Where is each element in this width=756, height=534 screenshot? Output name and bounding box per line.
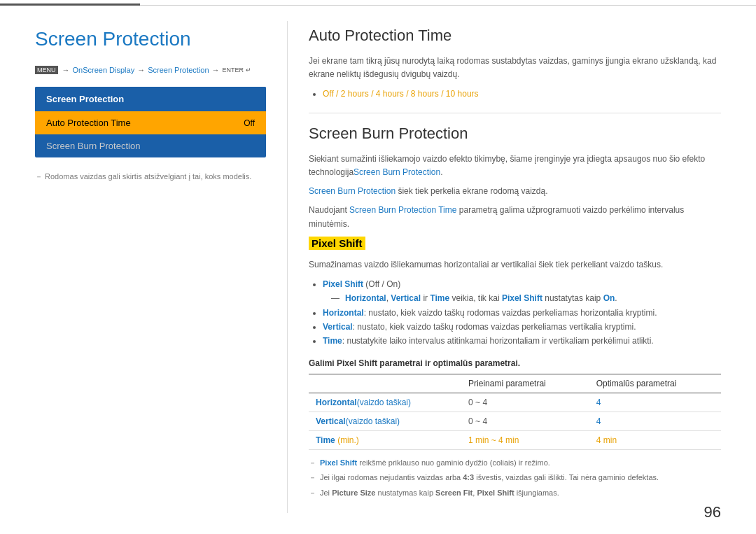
note2-ratio: 4:3 (463, 473, 474, 482)
time-bullet-label: Time (323, 336, 342, 346)
vertical-bullet-label: Vertical (323, 322, 353, 332)
footnote: Rodomas vaizdas gali skirtis atsižvelgia… (35, 171, 266, 182)
auto-protection-options-list: Off / 2 hours / 4 hours / 8 hours / 10 h… (309, 87, 721, 101)
pixel-shift-bullets: Pixel Shift (Off / On) Horizontal, Verti… (309, 277, 721, 349)
note-3: Jei Picture Size nustatymas kaip Screen … (309, 487, 721, 500)
pixel-shift-label: Pixel Shift (323, 279, 363, 289)
horizontal-bullet-label: Horizontal (323, 308, 364, 318)
table-header-row: Prieinami parametrai Optimalūs parametra… (309, 374, 721, 393)
table-cell-horizontal-range: 0 ~ 4 (461, 393, 589, 412)
pixel-shift-title: Pixel Shift (309, 237, 365, 250)
top-bar (0, 0, 756, 6)
screen-burn-desc3-start: Naudojant (309, 205, 349, 215)
pixel-shift-ref: Pixel Shift (502, 293, 542, 303)
auto-protection-desc: Jei ekrane tam tikrą jūsų nurodytą laiką… (309, 55, 721, 81)
bullet-time: Time: nustatykite laiko intervalus atiti… (323, 334, 721, 348)
table-cell-vertical-optimal: 4 (589, 412, 721, 430)
pixel-shift-table-section: Galimi Pixel Shift parametrai ir optimal… (309, 358, 721, 450)
table-caption: Galimi Pixel Shift parametrai ir optimal… (309, 358, 721, 368)
table-cell-horizontal-label: Horizontal(vaizdo taškai) (309, 393, 461, 412)
note-2: Jei ilgai rodomas nejudantis vaizdas arb… (309, 472, 721, 484)
pixel-shift-desc: Sumažinamas vaizdo išliekamumas horizont… (309, 258, 721, 272)
breadcrumb-arrow-3: → (212, 66, 220, 74)
screen-burn-desc3: Naudojant Screen Burn Protection Time pa… (309, 204, 721, 230)
pixel-shift-section: Pixel Shift Sumažinamas vaizdo išliekamu… (309, 237, 721, 500)
pixel-shift-sub: Horizontal, Vertical ir Time veikia, tik… (323, 291, 721, 305)
breadcrumb: MENU → OnScreen Display → Screen Protect… (35, 66, 266, 74)
nav-item-auto-protection[interactable]: Auto Protection Time Off (35, 111, 266, 134)
section-divider-1 (309, 113, 721, 113)
auto-protection-title: Auto Protection Time (309, 27, 721, 45)
nav-item-auto-protection-label: Auto Protection Time (46, 118, 131, 128)
nav-item-auto-protection-badge: Off (244, 118, 255, 128)
screen-burn-desc1-end: . (440, 167, 442, 177)
breadcrumb-link-screenprotection: Screen Protection (148, 66, 209, 74)
screen-burn-link2: Screen Burn Protection (309, 186, 396, 196)
menu-icon: MENU (35, 66, 58, 74)
bullet-pixel-shift-onoff: Pixel Shift (Off / On) Horizontal, Verti… (323, 277, 721, 306)
table-cell-vertical-range: 0 ~ 4 (461, 412, 589, 430)
note3-picturesize: Picture Size (332, 489, 375, 497)
screen-burn-desc2: Screen Burn Protection šiek tiek perkeli… (309, 185, 721, 198)
screen-burn-link1: Screen Burn Protection (354, 167, 440, 177)
on-label: On (603, 293, 615, 303)
vertical-label: Vertical (391, 293, 421, 303)
left-panel: Screen Protection MENU → OnScreen Displa… (35, 21, 287, 513)
table-cell-time-optimal: 4 min (589, 430, 721, 449)
table-cell-time-range: 1 min ~ 4 min (461, 430, 589, 449)
top-bar-line (140, 5, 756, 6)
right-panel: Auto Protection Time Jei ekrane tam tikr… (287, 21, 721, 513)
pixel-shift-table: Prieinami parametrai Optimalūs parametra… (309, 374, 721, 450)
pixel-shift-onoff-text: (Off / On) (365, 279, 400, 289)
pixel-shift-notes: Pixel Shift reikšmė priklauso nuo gamini… (309, 457, 721, 500)
options-text: Off / 2 hours / 4 hours / 8 hours / 10 h… (323, 89, 479, 99)
nav-box: Screen Protection Auto Protection Time O… (35, 87, 266, 157)
table-row-time: Time (min.) 1 min ~ 4 min 4 min (309, 430, 721, 449)
breadcrumb-arrow-1: → (62, 66, 70, 74)
nav-item-screen-burn[interactable]: Screen Burn Protection (35, 134, 266, 157)
screen-burn-desc1: Siekiant sumažinti išliekamojo vaizdo ef… (309, 153, 721, 179)
table-row-horizontal: Horizontal(vaizdo taškai) 0 ~ 4 4 (309, 393, 721, 412)
enter-icon: ENTER ↵ (223, 66, 251, 73)
table-cell-vertical-label: Vertical(vaizdo taškai) (309, 412, 461, 430)
breadcrumb-link-onscreen: OnScreen Display (73, 66, 135, 74)
note-1: Pixel Shift reikšmė priklauso nuo gamini… (309, 457, 721, 470)
top-bar-accent (0, 3, 140, 6)
pixel-shift-sub-item: Horizontal, Vertical ir Time veikia, tik… (337, 291, 721, 305)
breadcrumb-arrow-2: → (137, 66, 145, 74)
note3-pixelshift: Pixel Shift (477, 489, 514, 497)
screen-burn-desc2-mid: šiek tiek perkelia ekrane rodomą vaizdą. (396, 186, 547, 196)
screen-burn-link3: Screen Burn Protection Time (349, 205, 456, 215)
table-cell-time-label: Time (min.) (309, 430, 461, 449)
page-title: Screen Protection (35, 28, 266, 50)
note3-screenfit: Screen Fit (435, 489, 472, 497)
table-header-optimalus: Optimalūs parametrai (589, 374, 721, 393)
bullet-vertical: Vertical: nustato, kiek vaizdo taškų rod… (323, 320, 721, 334)
table-header-empty (309, 374, 461, 393)
page-number: 96 (704, 503, 721, 521)
note1-pixelshift: Pixel Shift (320, 458, 357, 467)
auto-protection-options: Off / 2 hours / 4 hours / 8 hours / 10 h… (323, 87, 721, 101)
screen-burn-title: Screen Burn Protection (309, 125, 721, 143)
horizontal-label: Horizontal (345, 293, 386, 303)
table-cell-horizontal-optimal: 4 (589, 393, 721, 412)
bullet-horizontal: Horizontal: nustato, kiek vaizdo taškų r… (323, 306, 721, 320)
time-label: Time (430, 293, 449, 303)
table-header-prieinami: Prieinami parametrai (461, 374, 589, 393)
nav-box-title: Screen Protection (35, 87, 266, 111)
table-row-vertical: Vertical(vaizdo taškai) 0 ~ 4 4 (309, 412, 721, 430)
nav-item-screen-burn-label: Screen Burn Protection (46, 141, 140, 151)
